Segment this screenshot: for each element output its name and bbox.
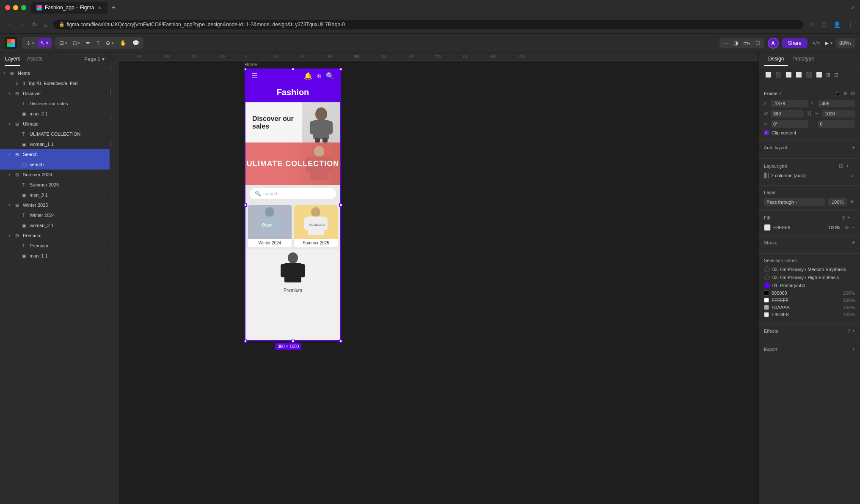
fill-swatch[interactable] <box>764 224 771 231</box>
fill-delete-icon[interactable]: − <box>852 225 855 230</box>
selection-handle-bc[interactable] <box>291 340 295 343</box>
distribute-v-icon[interactable]: ⊟ <box>833 71 840 79</box>
align-center-h-icon[interactable]: ⬛ <box>774 71 783 79</box>
rotation-input[interactable]: 0° <box>771 120 808 128</box>
address-input[interactable]: 🔒 figma.com/file/wXhuJKQcqcryjVrnFwtCO8/… <box>52 19 804 30</box>
maximize-button[interactable] <box>21 5 26 10</box>
layer-discover-group[interactable]: ▾ ⊞ Discover <box>0 88 110 99</box>
sel-color-on-primary-high[interactable]: 03. On Primary / High Emphasis <box>764 274 855 280</box>
lock-ratio-icon[interactable]: ⛓ <box>807 111 812 117</box>
resize-icon[interactable]: ⊞ <box>851 90 855 96</box>
clip-content-checkbox[interactable]: ✓ <box>764 130 769 135</box>
frame-tool[interactable]: ↖▾ <box>38 38 51 47</box>
home-button[interactable]: ⌂ <box>42 19 49 30</box>
opacity-input[interactable]: 100% <box>828 198 847 206</box>
zoom-control[interactable]: 88%▾ <box>836 38 855 48</box>
color-row-b0aaaa[interactable]: B0AAAA 100% <box>764 305 855 310</box>
desktop-icon[interactable]: 🖥 <box>843 90 848 96</box>
present-button[interactable]: ▶▾ <box>825 40 832 46</box>
sel-color-on-primary-medium[interactable]: 03. On Primary / Medium Emphasis <box>764 266 855 272</box>
fill-options-icon[interactable]: ⊞ <box>841 215 846 221</box>
align-center-v-icon[interactable]: ⬛ <box>805 71 813 79</box>
selection-handle-mr[interactable] <box>339 203 342 207</box>
move-tool[interactable]: ⊹▾ <box>24 38 37 47</box>
layer-home-frame[interactable]: ▾ ⊞ Home <box>0 68 110 78</box>
theme-icon[interactable]: ◑ <box>732 39 740 47</box>
minimize-button[interactable] <box>13 5 18 10</box>
code-view-icon[interactable]: </> <box>811 38 821 48</box>
align-left-icon[interactable]: ⬜ <box>764 71 773 79</box>
grid-remove-icon[interactable]: − <box>852 163 855 169</box>
h-input[interactable]: 1000 <box>822 110 855 118</box>
prototype-tab[interactable]: Prototype <box>788 52 818 66</box>
grid-icon[interactable]: ⊹ <box>722 39 730 47</box>
selection-handle-tl[interactable] <box>244 68 247 71</box>
layer-winter2024-text[interactable]: T Winter 2024 <box>0 210 110 220</box>
stroke-add-icon[interactable]: + <box>852 240 855 246</box>
selection-handle-ml[interactable] <box>244 203 247 207</box>
product-card-summer[interactable]: HOMELESS Summer 2025 <box>294 205 338 247</box>
selection-handle-bl[interactable] <box>244 340 247 343</box>
layer-man21[interactable]: ▣ man_2 1 <box>0 109 110 119</box>
new-tab-button[interactable]: + <box>109 4 118 11</box>
mirror-icon[interactable]: ⬡ <box>754 39 762 47</box>
fill-add-icon[interactable]: + <box>847 215 850 221</box>
canvas[interactable]: -400 -300 -200 -100 0 100 200 300 360 50… <box>110 52 758 504</box>
shape-tool[interactable]: □▾ <box>71 38 83 47</box>
device-icon[interactable]: ▭▾ <box>741 39 752 47</box>
y-input[interactable]: -406 <box>818 100 855 107</box>
resource-tool[interactable]: ⊕▾ <box>103 38 116 47</box>
layer-top-flat[interactable]: ◈ 1. Top /B. Extended/a. Flat <box>0 78 110 88</box>
layer-ulimate-group[interactable]: ▾ ⊞ Ulimate <box>0 119 110 129</box>
color-row-ffffff[interactable]: FFFFFF 100% <box>764 298 855 303</box>
layers-tab[interactable]: Layers <box>5 56 20 66</box>
visibility-icon[interactable]: 👁 <box>850 199 855 205</box>
layer-winter2025-group[interactable]: ▾ ⊞ Winter 2025 <box>0 200 110 210</box>
pen-tool[interactable]: ✒ <box>83 38 93 47</box>
region-tool[interactable]: ⊡▾ <box>57 38 70 47</box>
fill-remove-icon[interactable]: − <box>852 215 855 221</box>
layer-man31[interactable]: ▣ man_3 1 <box>0 190 110 200</box>
layer-ulimate-text[interactable]: T ULIMATE COLLECTION <box>0 129 110 139</box>
profile-icon[interactable]: 👤 <box>832 19 842 30</box>
phone-icon[interactable]: 📱 <box>834 90 841 96</box>
share-button[interactable]: Share <box>782 38 808 48</box>
w-input[interactable]: 360 <box>771 110 804 118</box>
fill-visibility-icon[interactable]: 👁 <box>844 225 849 230</box>
align-top-icon[interactable]: ⬜ <box>794 71 803 79</box>
layer-summer2024-group[interactable]: ▾ ⊞ Summer 2024 <box>0 170 110 180</box>
design-tab[interactable]: Design <box>764 52 788 66</box>
text-tool[interactable]: T <box>94 38 102 47</box>
layer-man11[interactable]: ▣ man_1 1 <box>0 251 110 261</box>
product-card-winter[interactable]: Over Winter 2024 <box>248 205 292 247</box>
assets-tab[interactable]: Assets <box>27 56 42 66</box>
effects-help-icon[interactable]: ? <box>847 328 850 334</box>
distribute-h-icon[interactable]: ⊞ <box>825 71 832 79</box>
grid-add-icon[interactable]: + <box>846 163 849 169</box>
selection-handle-br[interactable] <box>339 340 342 343</box>
export-add-icon[interactable]: + <box>852 346 855 352</box>
align-bottom-icon[interactable]: ⬜ <box>815 71 824 79</box>
page-selector[interactable]: Page 1▾ <box>84 56 105 66</box>
hand-tool[interactable]: ✋ <box>117 38 129 47</box>
layer-premium-group[interactable]: ▾ ⊞ Premium <box>0 230 110 241</box>
effects-add-icon[interactable]: + <box>852 328 855 334</box>
close-button[interactable] <box>5 5 10 10</box>
refresh-button[interactable]: ↻ <box>30 19 39 30</box>
comment-tool[interactable]: 💬 <box>130 38 142 47</box>
browser-tab-figma[interactable]: Fashion_app – Figma ✕ <box>31 2 108 14</box>
layer-search-group[interactable]: ▾ ⊞ Search <box>0 149 110 159</box>
extensions-icon[interactable]: ⬡ <box>820 19 828 30</box>
forward-button[interactable]: → <box>18 19 27 30</box>
figma-logo[interactable] <box>5 37 17 49</box>
bookmark-icon[interactable]: ☆ <box>808 19 816 30</box>
search-bar[interactable]: 🔍 search <box>250 188 336 199</box>
selection-handle-tc[interactable] <box>291 68 295 71</box>
color-row-e9e8e8[interactable]: E9E8E8 100% <box>764 312 855 317</box>
layer-summer2025-text[interactable]: T Summer 2025 <box>0 180 110 190</box>
auto-layout-add[interactable]: + <box>852 144 855 151</box>
frame-select[interactable]: Frame ▾ <box>764 91 781 96</box>
color-row-000000[interactable]: 000000 100% <box>764 290 855 296</box>
more-icon[interactable]: ⋮ <box>846 19 855 30</box>
selection-handle-tr[interactable] <box>339 68 342 71</box>
